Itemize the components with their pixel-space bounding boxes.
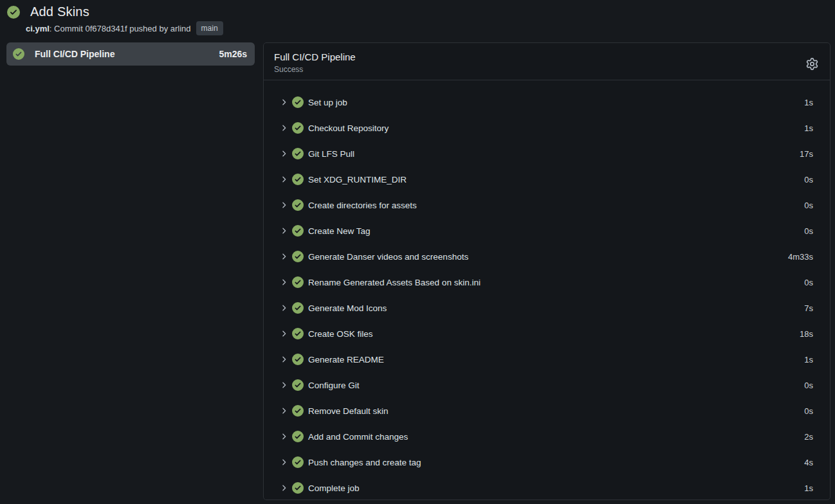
check-circle-icon: [292, 431, 304, 442]
check-circle-icon: [292, 354, 304, 365]
step-row[interactable]: Complete job 1s: [264, 475, 830, 500]
step-row[interactable]: Create OSK files 18s: [264, 321, 830, 346]
step-row[interactable]: Rename Generated Assets Based on skin.in…: [264, 269, 830, 295]
chevron-right-icon[interactable]: [279, 175, 289, 184]
step-name: Set XDG_RUNTIME_DIR: [308, 175, 804, 184]
step-row[interactable]: Checkout Repository 1s: [264, 115, 830, 141]
step-duration: 0s: [804, 226, 813, 236]
run-title: Add Skins: [30, 4, 89, 19]
check-circle-icon: [292, 328, 304, 339]
chevron-right-icon[interactable]: [279, 329, 289, 338]
chevron-right-icon[interactable]: [279, 226, 289, 235]
step-name: Complete job: [308, 483, 804, 493]
steps-list: Set up job 1s Checkout Repository 1s: [264, 80, 830, 500]
job-duration: 5m26s: [219, 49, 247, 59]
run-title-line: Add Skins: [7, 4, 835, 19]
job-name: Full CI/CD Pipeline: [35, 49, 213, 59]
step-name: Generate Danser videos and screenshots: [308, 252, 788, 262]
step-duration: 1s: [804, 98, 813, 107]
step-row[interactable]: Generate Mod Icons 7s: [264, 295, 830, 321]
step-row[interactable]: Set XDG_RUNTIME_DIR 0s: [264, 166, 830, 192]
step-duration: 17s: [800, 149, 813, 159]
step-name: Add and Commit changes: [308, 432, 804, 442]
check-circle-icon: [292, 456, 304, 468]
run-panel-header: Full CI/CD Pipeline Success: [264, 43, 830, 80]
check-circle-icon: [292, 225, 304, 237]
chevron-right-icon[interactable]: [279, 98, 289, 107]
step-duration: 4m33s: [788, 252, 813, 262]
check-circle-icon: [292, 174, 304, 185]
step-duration: 1s: [804, 355, 813, 364]
run-panel: Full CI/CD Pipeline Success Set up job 1…: [263, 42, 830, 500]
check-circle-icon: [13, 48, 24, 60]
chevron-right-icon[interactable]: [279, 123, 289, 132]
step-row[interactable]: Set up job 1s: [264, 89, 830, 115]
step-row[interactable]: Push changes and create tag 4s: [264, 449, 830, 475]
run-panel-header-text: Full CI/CD Pipeline Success: [274, 51, 356, 74]
step-row[interactable]: Create directories for assets 0s: [264, 192, 830, 218]
gear-icon[interactable]: [805, 57, 820, 71]
step-name: Generate Mod Icons: [308, 303, 804, 313]
chevron-right-icon[interactable]: [279, 432, 289, 441]
check-circle-icon: [292, 251, 304, 262]
step-name: Create directories for assets: [308, 201, 804, 210]
run-content: Full CI/CD Pipeline 5m26s Full CI/CD Pip…: [0, 42, 835, 500]
check-circle-icon: [292, 199, 304, 211]
step-name: Generate README: [308, 355, 804, 364]
chevron-right-icon[interactable]: [279, 278, 289, 287]
step-name: Rename Generated Assets Based on skin.in…: [308, 278, 804, 287]
chevron-right-icon[interactable]: [279, 483, 289, 492]
chevron-right-icon[interactable]: [279, 406, 289, 415]
check-circle-icon: [292, 148, 304, 159]
step-name: Create OSK files: [308, 329, 800, 339]
jobs-sidebar: Full CI/CD Pipeline 5m26s: [6, 42, 255, 500]
step-duration: 2s: [804, 432, 813, 442]
step-name: Remove Default skin: [308, 406, 804, 416]
commit-summary: ci.yml : Commit 0f678d341f pushed by arl…: [26, 21, 835, 35]
step-duration: 0s: [804, 381, 813, 390]
step-name: Push changes and create tag: [308, 458, 804, 467]
step-duration: 1s: [804, 483, 813, 493]
step-duration: 0s: [804, 201, 813, 210]
check-circle-icon: [292, 379, 304, 391]
step-name: Configure Git: [308, 381, 804, 390]
step-duration: 0s: [804, 175, 813, 184]
commit-text: : Commit 0f678d341f pushed by arlind: [50, 24, 191, 33]
step-row[interactable]: Create New Tag 0s: [264, 218, 830, 244]
panel-job-title: Full CI/CD Pipeline: [274, 51, 356, 62]
step-row[interactable]: Configure Git 0s: [264, 372, 830, 398]
chevron-right-icon[interactable]: [279, 252, 289, 261]
chevron-right-icon[interactable]: [279, 381, 289, 390]
chevron-right-icon[interactable]: [279, 458, 289, 467]
workflow-file-name: ci.yml: [26, 24, 50, 33]
panel-job-status: Success: [274, 65, 356, 74]
actions-run-page: { "header": { "title": "Add Skins", "wor…: [0, 0, 835, 504]
step-name: Set up job: [308, 98, 804, 107]
step-name: Create New Tag: [308, 226, 804, 236]
chevron-right-icon[interactable]: [279, 303, 289, 312]
chevron-right-icon[interactable]: [279, 201, 289, 210]
step-duration: 0s: [804, 406, 813, 416]
chevron-right-icon[interactable]: [279, 149, 289, 158]
check-circle-icon: [292, 405, 304, 417]
step-row[interactable]: Generate README 1s: [264, 346, 830, 372]
run-header: Add Skins ci.yml : Commit 0f678d341f pus…: [0, 0, 835, 35]
step-row[interactable]: Add and Commit changes 2s: [264, 424, 830, 449]
check-circle-icon: [292, 122, 304, 134]
step-row[interactable]: Remove Default skin 0s: [264, 398, 830, 424]
step-row[interactable]: Git LFS Pull 17s: [264, 141, 830, 166]
step-duration: 7s: [804, 303, 813, 313]
check-circle-icon: [292, 276, 304, 288]
step-name: Checkout Repository: [308, 123, 804, 133]
job-item-full-pipeline[interactable]: Full CI/CD Pipeline 5m26s: [6, 42, 255, 66]
step-row[interactable]: Generate Danser videos and screenshots 4…: [264, 244, 830, 269]
step-duration: 0s: [804, 278, 813, 287]
step-duration: 4s: [804, 458, 813, 467]
check-circle-icon: [292, 302, 304, 314]
check-circle-icon: [292, 96, 304, 108]
chevron-right-icon[interactable]: [279, 355, 289, 364]
branch-badge[interactable]: main: [196, 21, 223, 35]
step-duration: 18s: [800, 329, 813, 339]
check-circle-icon: [7, 6, 20, 19]
check-circle-icon: [292, 482, 304, 494]
